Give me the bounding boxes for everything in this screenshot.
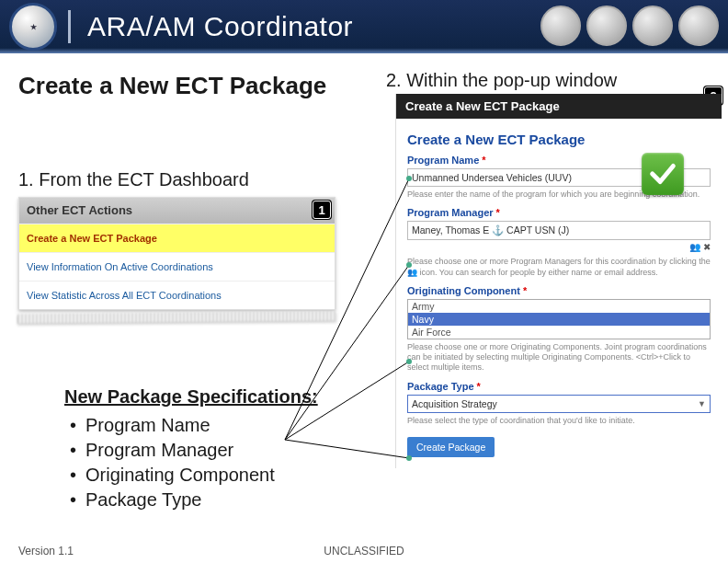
specifications-block: New Package Specifications: Program Name… — [64, 385, 318, 512]
originating-component-label: Originating Component — [407, 285, 711, 296]
create-package-popup: Create a New ECT Package Create a New EC… — [395, 94, 722, 468]
service-seal-icon — [678, 6, 719, 46]
view-statistics-link[interactable]: View Statistic Across All ECT Coordinati… — [19, 281, 335, 309]
spec-item: Originating Component — [64, 463, 318, 488]
spec-item: Program Name — [64, 413, 318, 438]
torn-edge-decoration — [17, 311, 336, 323]
step2-label: 2. Within the pop-up window — [386, 70, 617, 91]
originating-component-listbox[interactable]: Army Navy Air Force — [407, 299, 711, 339]
package-type-select[interactable]: Acquisition Strategy ▼ — [407, 395, 711, 413]
success-check-icon — [642, 153, 684, 195]
spec-item: Package Type — [64, 488, 318, 512]
classification-label: UNCLASSIFIED — [0, 545, 728, 557]
program-manager-help: Please choose one or more Program Manage… — [407, 257, 711, 278]
program-manager-input[interactable]: Maney, Thomas E ⚓ CAPT USN (J) — [407, 221, 711, 240]
version-label: Version 1.1 — [18, 545, 74, 557]
specs-heading: New Package Specifications: — [64, 385, 318, 409]
popup-section-title: Create a New ECT Package — [396, 119, 722, 149]
panel-header: Other ECT Actions — [19, 198, 335, 224]
listbox-option-navy[interactable]: Navy — [408, 313, 710, 326]
chevron-down-icon: ▼ — [698, 399, 706, 408]
step1-label: 1. From the ECT Dashboard — [18, 169, 249, 190]
header-bar: ★ ARA/AM Coordinator — [0, 0, 728, 53]
divider — [68, 10, 71, 43]
service-seals — [540, 6, 719, 46]
listbox-option-airforce[interactable]: Air Force — [408, 326, 710, 339]
listbox-option-army[interactable]: Army — [408, 300, 710, 313]
header-title: ARA/AM Coordinator — [87, 11, 353, 42]
people-picker-icon[interactable]: 👥 ✖ — [689, 242, 711, 252]
program-manager-label: Program Manager — [407, 207, 711, 218]
service-seal-icon — [540, 6, 581, 46]
spec-item: Program Manager — [64, 438, 318, 463]
popup-title-bar: Create a New ECT Package — [396, 94, 722, 119]
dod-seal-icon: ★ — [9, 3, 57, 51]
view-active-coordinations-link[interactable]: View Information On Active Coordinations — [19, 252, 335, 281]
service-seal-icon — [586, 6, 627, 46]
callout-badge-1: 1 — [313, 201, 331, 219]
package-type-value: Acquisition Strategy — [412, 398, 497, 409]
ect-actions-panel: Other ECT Actions Create a New ECT Packa… — [18, 197, 336, 310]
package-type-label: Package Type — [407, 381, 711, 392]
service-seal-icon — [632, 6, 673, 46]
package-type-help: Please select the type of coordination t… — [407, 416, 711, 426]
page-title: Create a New ECT Package — [18, 72, 326, 100]
originating-component-help: Please choose one or more Originating Co… — [407, 342, 711, 373]
create-new-ect-link[interactable]: Create a New ECT Package — [19, 224, 335, 252]
footer: Version 1.1 UNCLASSIFIED — [0, 545, 728, 557]
create-package-button[interactable]: Create Package — [407, 437, 495, 457]
